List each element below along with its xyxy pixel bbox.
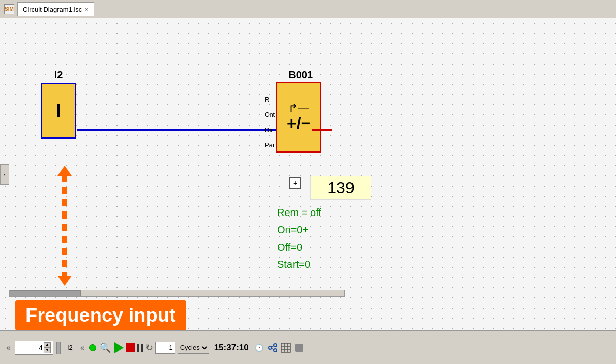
expand-button[interactable]: + xyxy=(289,177,301,189)
status-off: Off=0 xyxy=(277,238,321,256)
arrow-head-up xyxy=(57,166,72,176)
canvas-area: ‹ I2 I Frequency input B001 R Cnt Dir Pa… xyxy=(0,18,616,330)
green-dot-indicator xyxy=(89,344,96,351)
pin-dir: Dir xyxy=(265,125,275,136)
step-input[interactable] xyxy=(17,344,43,352)
close-tab-button[interactable]: × xyxy=(85,6,88,12)
component-i2-symbol: I xyxy=(56,100,61,122)
tab-label: Circuit Diagram1.lsc xyxy=(23,6,82,13)
component-b001[interactable]: B001 R Cnt Dir Par ↱— +/− xyxy=(265,69,321,153)
step-count-input[interactable] xyxy=(155,342,175,354)
double-left-button[interactable]: « xyxy=(78,343,87,352)
component-label-button[interactable]: I2 xyxy=(64,342,76,353)
svg-point-1 xyxy=(274,344,277,347)
status-on: On=0+ xyxy=(277,221,321,238)
pause-button[interactable] xyxy=(137,344,143,352)
tab[interactable]: Circuit Diagram1.lsc × xyxy=(17,2,94,16)
magnifier-icon[interactable]: 🔍 xyxy=(98,342,112,353)
wire-red xyxy=(312,129,332,131)
clock-icon[interactable]: 🕐 xyxy=(254,342,265,353)
separator-icon xyxy=(56,342,61,354)
component-i2-label: I2 xyxy=(41,69,76,81)
component-i2[interactable]: I2 I xyxy=(41,69,76,139)
spin-up-button[interactable]: ▲ xyxy=(44,342,51,348)
sidebar-toggle-button[interactable]: ‹ xyxy=(0,164,9,185)
pause-bar-right xyxy=(141,344,143,352)
arrow-shaft xyxy=(62,175,67,277)
scrollbar-thumb[interactable] xyxy=(10,290,81,296)
component-i2-box: I xyxy=(41,83,76,139)
scroll-left-button[interactable]: « xyxy=(4,343,13,352)
pin-par: Par xyxy=(265,140,275,151)
table-icon[interactable] xyxy=(280,342,291,353)
pin-cnt: Cnt xyxy=(265,110,275,120)
pause-bar-left xyxy=(137,344,139,352)
component-b001-box: ↱— +/− xyxy=(276,82,321,153)
plus-minus-symbol: +/− xyxy=(287,114,310,133)
svg-line-3 xyxy=(272,346,274,347)
svg-point-2 xyxy=(274,349,277,352)
status-start: Start=0 xyxy=(277,256,321,273)
app-icon-label: SIM xyxy=(5,6,14,12)
time-display: 15:37:10 xyxy=(214,343,249,353)
status-text-area: Rem = off On=0+ Off=0 Start=0 xyxy=(277,204,321,273)
wire-horizontal xyxy=(77,129,276,131)
value-display: 139 xyxy=(310,176,371,200)
play-button[interactable] xyxy=(114,342,124,353)
svg-line-4 xyxy=(272,348,274,350)
network-icon[interactable] xyxy=(267,342,278,353)
dim-icon[interactable] xyxy=(294,342,305,353)
svg-point-0 xyxy=(269,346,272,349)
frequency-arrow xyxy=(57,166,72,286)
app-icon: SIM xyxy=(4,4,14,14)
step-input-group: ▲ ▼ xyxy=(15,341,53,355)
frequency-input-label: Frequency input xyxy=(15,300,186,330)
horizontal-scrollbar[interactable] xyxy=(9,290,345,297)
component-b001-pins: R Cnt Dir Par xyxy=(265,82,275,153)
status-rem: Rem = off xyxy=(277,204,321,221)
bottom-toolbar: « ▲ ▼ I2 « 🔍 ↻ Cycles Steps 15:37:10 🕐 xyxy=(0,330,616,364)
ramp-symbol: ↱— xyxy=(288,103,309,114)
stop-button[interactable] xyxy=(126,343,135,352)
title-bar: SIM Circuit Diagram1.lsc × xyxy=(0,0,616,18)
pin-r: R xyxy=(265,95,275,105)
svg-rect-5 xyxy=(281,343,290,352)
component-b001-label: B001 xyxy=(280,69,321,81)
spin-buttons: ▲ ▼ xyxy=(44,342,51,353)
svg-rect-10 xyxy=(295,344,303,352)
refresh-button[interactable]: ↻ xyxy=(145,342,153,353)
cycles-dropdown[interactable]: Cycles Steps xyxy=(178,342,209,354)
spin-down-button[interactable]: ▼ xyxy=(44,348,51,353)
arrow-head-down xyxy=(57,276,72,286)
